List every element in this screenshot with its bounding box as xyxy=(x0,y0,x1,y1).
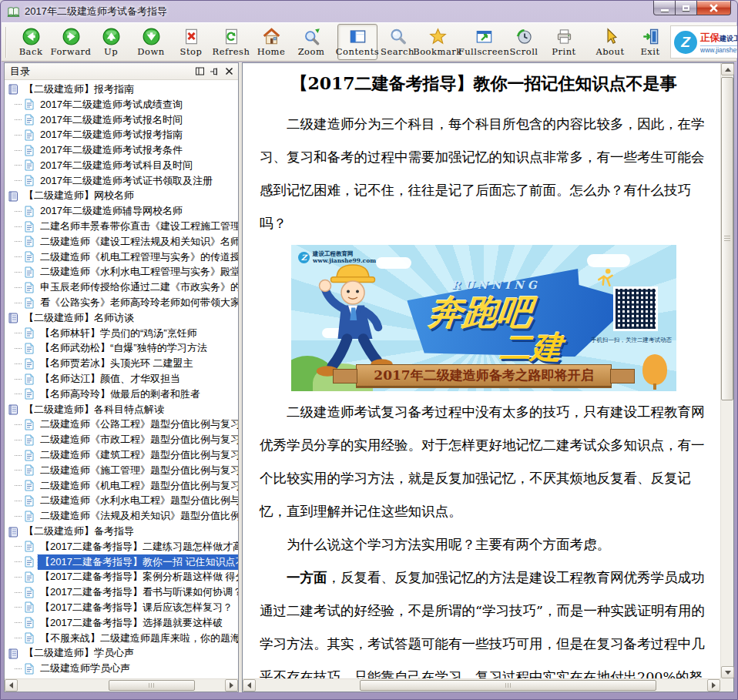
scroll-right-arrow[interactable] xyxy=(707,679,720,692)
toc-item-row[interactable]: 【名师武劲松】“自爆”独特的学习方法 xyxy=(6,341,238,357)
toc-item-row[interactable]: 二级建造师《市政工程》题型分值比例与复习指导 xyxy=(6,432,238,447)
document-icon xyxy=(24,601,35,613)
book-icon xyxy=(8,648,18,659)
toc-group-row[interactable]: 【二级建造师】各科目特点解读 xyxy=(6,402,238,417)
toolbar-grip[interactable] xyxy=(5,27,7,58)
home-button[interactable]: Home xyxy=(251,24,291,60)
scroll-down-arrow[interactable] xyxy=(721,666,734,678)
toc-group-row[interactable]: 【二级建造师】名师访谈 xyxy=(6,310,238,326)
toc-item-row[interactable]: 2017年二级建造师考试报考条件 xyxy=(6,142,238,158)
up-icon xyxy=(102,27,120,45)
document-icon xyxy=(24,251,35,263)
toc-group-row[interactable]: 【二级建造师】备考指导 xyxy=(6,524,238,539)
minimize-button[interactable] xyxy=(653,1,676,15)
contents-icon xyxy=(349,27,367,45)
scroll-left-arrow[interactable] xyxy=(243,679,256,692)
toc-item-row[interactable]: 【2017二建备考指导】看书与听课如何协调？ xyxy=(6,584,238,600)
toc-item-row[interactable]: 【名师高玲玲】做最后的剩者和胜者 xyxy=(6,387,238,402)
close-button[interactable] xyxy=(696,1,731,15)
toc-item-row[interactable]: 2017年二级建造师考试证书领取及注册 xyxy=(6,173,238,189)
stop-button[interactable]: Stop xyxy=(171,24,211,60)
document-icon xyxy=(24,175,35,186)
document-icon xyxy=(24,464,35,476)
toc-item-row[interactable]: 【名师林轩】学员们的“鸡汤”烹饪师 xyxy=(6,326,238,341)
toc-item-row[interactable]: 看《公路实务》老师高玲玲老师如何带领大家过“五 xyxy=(6,295,238,310)
split-view-button[interactable] xyxy=(193,65,206,78)
scroll-button[interactable]: Scroll xyxy=(504,24,544,60)
scroll-up-arrow[interactable] xyxy=(721,63,734,75)
toc-item-row[interactable]: 二级建造师《建设工程法规及相关知识》名师—— xyxy=(6,234,238,250)
toc-item-row[interactable]: 二级建造师《水利水电工程》题型分值比例与复习指 xyxy=(6,494,238,509)
toc-item-row[interactable]: 二级建造师《机电工程》题型分值比例与复习指导 xyxy=(6,478,238,494)
toc-item-label: 【名师武劲松】“自爆”独特的学习方法 xyxy=(38,341,210,357)
toc-item-row[interactable]: 【名师贾若冰】头顶光环 二建盟主 xyxy=(6,356,238,371)
toc-group-label: 【二级建造师】报考指南 xyxy=(22,82,136,97)
toc-item-row[interactable]: 2017年二级建造师考试报考指南 xyxy=(6,127,238,142)
tree-connector xyxy=(15,622,22,623)
toc-item-row[interactable]: 二级建造师《法规及相关知识》题型分值比例与复习 xyxy=(6,508,238,524)
up-button[interactable]: Up xyxy=(91,24,131,60)
toc-item-label: 二级建造师《公路工程》题型分值比例与复习指导 xyxy=(38,417,238,433)
zoom-button[interactable]: Zoom xyxy=(291,24,331,60)
about-button[interactable]: About xyxy=(590,24,630,60)
titlebar[interactable]: 2017年二级建造师考试备考指导 xyxy=(1,1,737,22)
toc-item-row[interactable]: 【2017二建备考指导】教你一招 记住知识点不是事 xyxy=(6,554,238,570)
toc-horizontal-scrollbar[interactable] xyxy=(5,678,238,692)
search-button[interactable]: Search xyxy=(377,24,418,60)
toc-item-row[interactable]: 【2017二建备考指导】课后应该怎样复习？ xyxy=(6,600,238,615)
toc-item-row[interactable]: 【2017二建备考指导】案例分析题这样做 得分舍你 xyxy=(6,570,238,585)
down-button[interactable]: Down xyxy=(131,24,171,60)
content-horizontal-scrollbar[interactable] xyxy=(243,678,720,692)
fullscreen-button[interactable]: Fullscreen xyxy=(464,24,504,60)
scrollbar-thumb[interactable] xyxy=(360,680,656,691)
qr-code xyxy=(613,286,658,331)
toc-header: 目录 xyxy=(5,63,238,80)
scrollbar-thumb[interactable] xyxy=(721,77,733,400)
toc-item-row[interactable]: 二级建造师《水利水电工程管理与实务》殿堂级人物 xyxy=(6,265,238,280)
content-vertical-scrollbar[interactable] xyxy=(720,63,733,678)
toc-item-row[interactable]: 【2017二建备考指导】二建练习题怎样做才高效 xyxy=(6,539,238,554)
toc-item-label: 二级建造师《市政工程》题型分值比例与复习指导 xyxy=(38,432,238,447)
document-icon xyxy=(24,358,35,370)
back-button[interactable]: Back xyxy=(11,24,51,60)
banner-wooden-sign: 2017年二级建造师备考之路即将开启 xyxy=(356,364,612,387)
toc-item-row[interactable]: 2017年二级建造师辅导网校名师 xyxy=(6,203,238,219)
toc-group-row[interactable]: 【二级建造师】报考指南 xyxy=(6,82,238,97)
scroll-right-arrow[interactable] xyxy=(225,679,238,692)
toc-item-row[interactable]: 二建名师丰景春带你直击《建设工程施工管理》考点 xyxy=(6,219,238,234)
paragraph: 为什么说这个学习方法实用呢？主要有两个方面考虑。 xyxy=(260,528,708,561)
maximize-button[interactable] xyxy=(675,1,697,15)
toc-group-row[interactable]: 【二级建造师】学员心声 xyxy=(6,645,238,661)
toc-item-row[interactable]: 二级建造师《机电工程管理与实务》的传道授业者— xyxy=(6,250,238,265)
refresh-button[interactable]: Refresh xyxy=(211,24,251,60)
toc-item-row[interactable]: 二级建造师《公路工程》题型分值比例与复习指导 xyxy=(6,417,238,433)
toc-item-row[interactable]: 2017年二级建造师考试科目及时间 xyxy=(6,158,238,173)
document-icon xyxy=(24,617,35,628)
toc-group-row[interactable]: 【二级建造师】网校名师 xyxy=(6,189,238,204)
toc-item-row[interactable]: 2017年二级建造师考试成绩查询 xyxy=(6,97,238,112)
toc-item-row[interactable]: 申玉辰老师传授给你通过二建《市政实务》的“绝世 xyxy=(6,280,238,295)
scroll-left-arrow[interactable] xyxy=(5,679,18,692)
contents-button[interactable]: Contents xyxy=(337,24,377,60)
banner-slogan-sub: 二建 xyxy=(498,327,565,369)
toc-item-label: 申玉辰老师传授给你通过二建《市政实务》的“绝世 xyxy=(38,280,238,295)
toc-item-label: 2017年二级建造师考试报考条件 xyxy=(38,142,185,158)
bookmark-button[interactable]: Bookmark xyxy=(418,24,458,60)
print-button[interactable]: Print xyxy=(544,24,584,60)
scrollbar-thumb[interactable] xyxy=(109,680,195,691)
toc-item-row[interactable]: 二级建造师学员心声 xyxy=(6,661,238,676)
toc-group-label: 【二级建造师】学员心声 xyxy=(22,645,136,661)
exit-button[interactable]: Exit xyxy=(630,24,670,60)
close-sidebar-button[interactable] xyxy=(222,65,236,78)
toc-item-label: 二级建造师《水利水电工程管理与实务》殿堂级人物 xyxy=(38,265,238,280)
toc-item-row[interactable]: 【名师达江】颜值、才华双担当 xyxy=(6,371,238,387)
toc-item-row[interactable]: 【2017二建备考指导】选择题就要这样破 xyxy=(6,615,238,631)
toc-item-row[interactable]: 二级建造师《建筑工程》题型分值比例与复习指导 xyxy=(6,447,238,463)
toc-tree: 【二级建造师】报考指南 2017年二级建造师考试成绩查询 2017年二级建造师考… xyxy=(5,80,238,678)
forward-button[interactable]: Forward xyxy=(51,24,91,60)
toc-item-row[interactable]: 【不服来战】二级建造师题库来啦，你的题海战术 xyxy=(6,631,238,646)
toc-item-row[interactable]: 2017年二级建造师考试报名时间 xyxy=(6,112,238,128)
toc-item-row[interactable]: 二级建造师《施工管理》题型分值比例与复习指导 xyxy=(6,463,238,478)
banner-logo-circle-icon: Z xyxy=(298,252,310,263)
pin-button[interactable] xyxy=(207,65,221,78)
